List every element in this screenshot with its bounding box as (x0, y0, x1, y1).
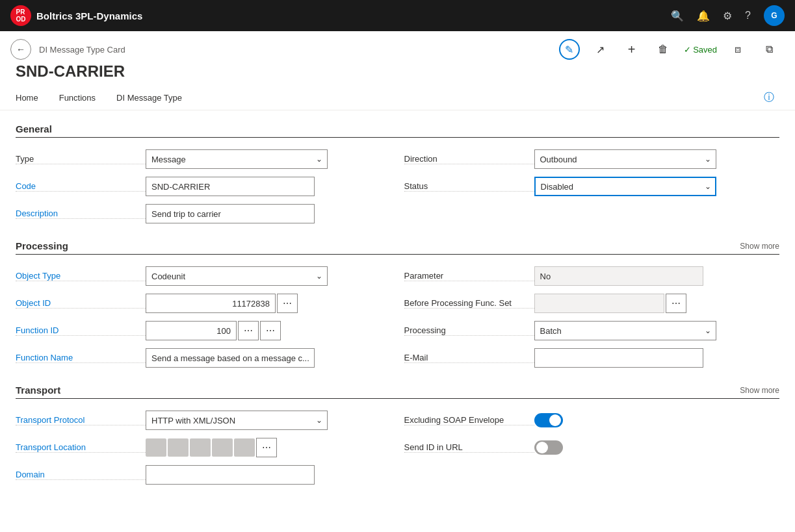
function-id-input-group: ⋯ ⋯ (146, 321, 372, 340)
type-field: Type Message XML EDI ⌄ (16, 146, 398, 173)
empty-field-2 (398, 461, 780, 488)
description-input[interactable] (146, 204, 315, 223)
type-select-wrapper: Message XML EDI ⌄ (146, 149, 328, 169)
domain-input[interactable] (146, 465, 315, 485)
processing-title: Processing (16, 240, 68, 251)
tab-nav: Home Functions DI Message Type ⓘ (0, 86, 795, 110)
code-input[interactable] (146, 177, 315, 196)
processing-select-wrapper: Batch Online Background ⌄ (534, 321, 716, 340)
type-select[interactable]: Message XML EDI (146, 149, 328, 169)
delete-button[interactable]: 🗑 (653, 39, 673, 60)
transport-form: Transport Protocol HTTP with XML/JSON FT… (16, 407, 779, 488)
loc-box-4 (212, 438, 233, 457)
function-id-value: ⋯ ⋯ (146, 321, 372, 340)
help-icon[interactable]: ? (745, 10, 751, 21)
function-id-field: Function ID ⋯ ⋯ (16, 317, 398, 344)
object-id-input[interactable] (146, 294, 276, 313)
code-label: Code (16, 181, 146, 192)
content-area: General Type Message XML EDI ⌄ (0, 110, 795, 532)
status-select[interactable]: Disabled Enabled (534, 177, 716, 196)
processing-field: Processing Batch Online Background ⌄ (398, 317, 780, 344)
send-id-field: Send ID in URL (398, 434, 780, 461)
code-field: Code (16, 173, 398, 200)
excl-soap-toggle[interactable] (534, 413, 563, 427)
loc-box-2 (168, 438, 189, 457)
top-nav: PROD Boltrics 3PL-Dynamics 🔍 🔔 ⚙ ? G (0, 0, 795, 31)
send-id-toggle[interactable] (534, 440, 563, 455)
nav-right: 🔍 🔔 ⚙ ? G (671, 5, 785, 26)
transport-protocol-field: Transport Protocol HTTP with XML/JSON FT… (16, 407, 398, 434)
object-id-dots-button[interactable]: ⋯ (277, 294, 298, 313)
direction-select[interactable]: Outbound Inbound (534, 149, 716, 169)
tab-home[interactable]: Home (16, 88, 49, 109)
transport-location-label: Transport Location (16, 442, 146, 453)
transport-location-value: ⋯ (146, 438, 372, 457)
domain-label: Domain (16, 470, 146, 480)
transport-location-field: Transport Location ⋯ (16, 434, 398, 461)
tab-functions[interactable]: Functions (49, 88, 106, 109)
transport-location-dots-button[interactable]: ⋯ (256, 438, 277, 457)
status-select-wrapper: Disabled Enabled ⌄ (534, 177, 716, 196)
function-name-value (146, 348, 372, 368)
transport-title: Transport (16, 385, 60, 396)
gear-icon[interactable]: ⚙ (723, 10, 732, 22)
bell-icon[interactable]: 🔔 (697, 10, 710, 22)
type-value: Message XML EDI ⌄ (146, 149, 372, 169)
function-id-dots-button-2[interactable]: ⋯ (260, 321, 281, 340)
function-name-field: Function Name (16, 344, 398, 372)
excl-soap-label: Excluding SOAP Envelope (404, 415, 534, 425)
send-id-toggle-knob (536, 442, 548, 453)
parameter-label: Parameter (404, 271, 534, 281)
domain-value (146, 465, 372, 485)
email-label: E-Mail (404, 353, 534, 363)
add-button[interactable]: + (621, 39, 642, 60)
status-value: Disabled Enabled ⌄ (534, 177, 780, 196)
page-title: SND-CARRIER (16, 62, 779, 81)
processing-select[interactable]: Batch Online Background (534, 321, 716, 340)
saved-indicator: ✓ Saved (684, 45, 717, 55)
direction-select-wrapper: Outbound Inbound ⌄ (534, 149, 716, 169)
general-section-header: General (16, 123, 779, 138)
info-icon[interactable]: ⓘ (759, 86, 779, 110)
before-processing-dots-button[interactable]: ⋯ (666, 294, 686, 313)
function-id-dots-button-1[interactable]: ⋯ (238, 321, 259, 340)
share-button[interactable]: ↗ (590, 39, 611, 60)
general-title: General (16, 123, 52, 134)
description-value (146, 204, 372, 223)
back-button[interactable]: ← (10, 39, 31, 60)
function-name-input[interactable] (146, 348, 315, 368)
send-id-value (534, 440, 780, 455)
processing-section-header: Processing Show more (16, 240, 779, 255)
object-type-select[interactable]: Codeunit Report XMLport (146, 266, 328, 286)
toolbar-actions: ✎ ↗ + 🗑 ✓ Saved ⧈ ⧉ (559, 39, 779, 60)
user-avatar[interactable]: G (764, 5, 785, 26)
transport-show-more[interactable]: Show more (740, 386, 779, 395)
email-input[interactable] (534, 348, 703, 368)
processing-section: Processing Show more Object Type Codeuni… (16, 240, 779, 372)
parameter-value (534, 266, 780, 286)
object-id-field: Object ID ⋯ (16, 290, 398, 317)
direction-field: Direction Outbound Inbound ⌄ (398, 146, 780, 173)
open-external-button[interactable]: ⧈ (727, 39, 748, 60)
object-id-label: Object ID (16, 298, 146, 309)
processing-value: Batch Online Background ⌄ (534, 321, 780, 340)
type-label: Type (16, 154, 146, 164)
nav-left: PROD Boltrics 3PL-Dynamics (10, 5, 142, 26)
status-field: Status Disabled Enabled ⌄ (398, 173, 780, 200)
edit-button[interactable]: ✎ (559, 39, 580, 60)
transport-protocol-select[interactable]: HTTP with XML/JSON FTP SFTP SMTP (146, 411, 328, 430)
tab-di-message-type[interactable]: DI Message Type (106, 88, 192, 109)
function-name-label: Function Name (16, 353, 146, 363)
object-type-label: Object Type (16, 271, 146, 281)
processing-show-more[interactable]: Show more (740, 242, 779, 251)
parameter-input (534, 266, 703, 286)
function-id-input[interactable] (146, 321, 237, 340)
before-processing-label: Before Processing Func. Set (404, 298, 534, 309)
direction-value: Outbound Inbound ⌄ (534, 149, 780, 169)
code-value (146, 177, 372, 196)
location-boxes (146, 438, 255, 457)
direction-label: Direction (404, 154, 534, 164)
collapse-button[interactable]: ⧉ (759, 39, 779, 60)
page-title-area: SND-CARRIER (0, 60, 795, 86)
search-icon[interactable]: 🔍 (671, 10, 684, 22)
